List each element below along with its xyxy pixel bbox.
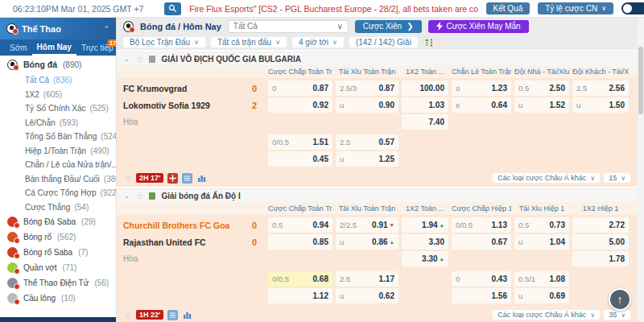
odds-cell[interactable]: 1.03 [402,97,448,113]
league-flag-icon [149,192,155,200]
time-filter-dropdown[interactable]: 4 giờ tới∨ [292,37,344,47]
lucky-parlay-button[interactable]: Cược Xiên May Mắn [428,20,529,33]
odds-cell[interactable]: 0/0.51.13 [452,217,511,233]
odds-cell[interactable]: 2.72 [572,217,629,233]
more-asian-bets-dropdown[interactable]: Các loại cược Châu Á khác∨ [493,173,600,183]
sidebar-sport-basketball-saba[interactable]: Bóng rổ Saba(7) [0,245,116,260]
odds-cell[interactable]: 0.5/11.08 [514,271,569,287]
page-scrollbar[interactable] [638,18,644,322]
chart-icon[interactable] [196,173,207,184]
odds-cell[interactable]: 0/0.50.68 [268,271,332,287]
odds-cell[interactable]: 2.50.57 [336,134,398,150]
odds-cell[interactable]: 3.30 [402,234,448,250]
sidebar-tab-sớm[interactable]: Sớm [5,39,32,56]
odds-cell-empty [572,134,629,150]
odds-cell[interactable]: 1.94▲ [402,217,448,233]
odds-cell[interactable]: 00.87 [268,80,332,96]
odds-value: 1.78 [609,254,625,263]
scrollbar-thumb[interactable] [638,47,643,114]
sidebar-sports-header[interactable]: Thể Thao ⌃ [0,18,116,39]
odds-cell[interactable]: 1.12 [268,288,332,303]
collapse-icon[interactable]: ⌄ [124,55,130,63]
odds-cell[interactable]: 2/2.50.91▼ [336,217,398,233]
favorite-league-icon[interactable]: ☆ [136,54,144,64]
sidebar-sport-soccer-saba[interactable]: Bóng Đá Saba(29) [0,214,116,229]
all-matches-dropdown[interactable]: Tất cả trận đấu∨ [211,37,287,47]
odds-cell[interactable]: 2.5/30.87 [336,80,398,96]
list-icon[interactable] [182,173,192,184]
odds-line: 0 [272,84,276,93]
sidebar-tab-trực-tiếp[interactable]: Trực tiếp171 [76,39,117,56]
odds-cell[interactable]: 7.40 [402,114,448,130]
odds-cell[interactable]: e0.64 [452,97,511,113]
odds-cell[interactable]: 100.00 [402,80,448,96]
odds-cell[interactable]: 00.43 [452,271,511,287]
favorite-match-icon[interactable]: ☆ [124,173,132,184]
sidebar-bet-type[interactable]: Cược Thắng(54) [0,200,116,215]
odds-cell[interactable]: 0.50.73 [514,217,569,233]
sidebar-bet-type[interactable]: Tổng Số Bàn Thắng(524) [0,130,116,144]
sidebar-bet-type[interactable]: Hiệp 1/Toàn Trận(490) [0,144,116,159]
odds-cell[interactable]: u1.50 [572,97,629,113]
sidebar-tab-hôm-nay[interactable]: Hôm Nay [32,39,76,56]
bet-count-dropdown[interactable]: 15∨ [604,173,630,183]
sidebar-bet-type[interactable]: Cá Cược Tổng Hợp(922) [0,186,116,200]
odds-type-dropdown[interactable]: Tỷ lệ cược CN ∨ [538,2,613,14]
bet-count-dropdown[interactable]: 35∨ [604,310,630,320]
sidebar-bet-type[interactable]: Tỷ Số Chính Xác(525) [0,101,116,116]
chevron-down-icon: ∨ [621,175,625,182]
league-select[interactable]: Tất Cả ∨ [228,20,349,33]
grid-icon[interactable] [167,173,178,184]
parlay-button[interactable]: Cược Xiên ❯ [355,20,422,33]
sidebar-sport-tennis[interactable]: Quần vợt(71) [0,260,116,275]
odds-cell[interactable]: 1.78 [572,251,629,266]
favorite-league-icon[interactable]: ☆ [136,191,144,201]
odds-cell-empty [452,151,511,167]
sidebar-sport-basketball[interactable]: Bóng rổ(562) [0,229,116,245]
odds-cell[interactable]: u1.04 [514,234,569,250]
odds-cell[interactable]: 0.45 [268,151,332,167]
odds-cell[interactable]: 0.50.94 [268,217,332,233]
odds-cell[interactable]: 2.52.56 [572,80,629,96]
favorite-match-icon[interactable]: ☆ [124,310,132,320]
odds-cell[interactable]: 0.92 [268,97,332,113]
odds-cell[interactable]: 0.85 [268,234,332,250]
live-count-badge: 171 [108,39,117,47]
odds-cell[interactable]: u0.69 [514,288,569,303]
chart-icon[interactable] [182,310,192,320]
odds-cell[interactable]: 0.52.50 [514,80,569,96]
match-filter-dropdown[interactable]: Bộ Lọc Trận Đấu∨ [123,37,205,47]
odds-cell[interactable]: u1.52 [514,97,569,113]
search-button[interactable] [164,2,181,15]
odds-cell[interactable]: 0.67 [452,234,511,250]
sort-odds-icon[interactable] [423,38,434,47]
sidebar-bet-type[interactable]: Bàn thắng Đầu/ Cuối(380) [0,172,116,187]
results-button[interactable]: Kết Quả [486,2,530,14]
odds-cell[interactable]: u0.86▲ [336,234,398,250]
theme-toggle[interactable] [621,2,644,14]
sidebar-sport-badminton[interactable]: Cầu lông(10) [0,291,116,306]
sidebar-bet-type[interactable]: Lẻ/Chẵn(593) [0,116,116,130]
odds-cell[interactable]: o1.23 [452,80,511,96]
odds-cell[interactable]: 5.00 [572,234,629,250]
bet-type-count: (525) [90,104,109,113]
odds-cell[interactable]: 2.51.17 [336,271,398,287]
sidebar-bet-type[interactable]: 1X2(605) [0,88,116,102]
sidebar-sport-soccer[interactable]: Bóng đá(890) [0,56,116,73]
collapse-icon[interactable]: ⌄ [124,192,130,200]
team-cell [122,271,265,287]
more-asian-bets-dropdown[interactable]: Các loại cược Châu Á khác∨ [493,310,600,320]
sidebar-bet-type[interactable]: Tất Cả(836) [0,73,116,88]
scroll-to-top-button[interactable]: ↑ [609,288,631,311]
odds-cell[interactable]: u0.62 [336,288,398,303]
odds-cell[interactable]: 3.30▲ [402,251,448,266]
odds-line: 0.5 [272,221,283,229]
sidebar-bet-type[interactable]: Chẵn / Lẻ của Nửa trận/...(482) [0,158,116,172]
odds-cell[interactable]: u1.25 [336,151,398,167]
odds-cell[interactable]: 0/0.51.51 [268,134,332,150]
sidebar-sport-esports[interactable]: Thể Thao Điện Tử(56) [0,275,116,291]
odds-cell[interactable]: 1.56 [452,288,511,303]
list-icon[interactable] [167,310,178,320]
odds-line: 0/0.5 [272,138,289,147]
odds-cell[interactable]: u0.90 [336,97,398,113]
